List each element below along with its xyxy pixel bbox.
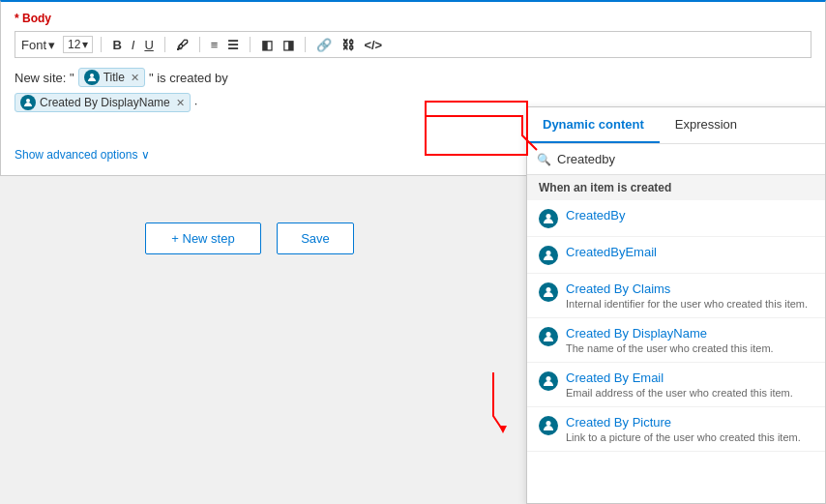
title-token-chip[interactable]: Title ✕ [78, 68, 145, 87]
list-item[interactable]: Created By Claims Internal identifier fo… [527, 274, 825, 318]
search-input[interactable] [557, 152, 815, 166]
item-title: Created By Email [566, 371, 813, 385]
item-title: CreatedByEmail [566, 245, 813, 259]
list-item[interactable]: Created By Email Email address of the us… [527, 363, 825, 407]
advanced-options-label: Show advanced options [15, 148, 137, 162]
svg-point-7 [546, 421, 551, 426]
rich-text-toolbar: Font ▾ 12 ▾ B I U 🖊 ≡ ☰ ◧ ◨ 🔗 ⛓ </> [15, 31, 811, 58]
panel-search-area: 🔍 [527, 144, 825, 175]
main-area: * Body Font ▾ 12 ▾ B I U 🖊 ≡ ☰ ◧ ◨ 🔗 [0, 0, 826, 504]
item-title: Created By Picture [566, 415, 813, 430]
item-text-createdby: CreatedBy [566, 208, 813, 222]
code-button[interactable]: </> [361, 37, 385, 53]
chevron-down-icon: ∨ [141, 148, 150, 162]
title-token-close[interactable]: ✕ [131, 72, 139, 84]
created-by-token-icon [20, 95, 36, 110]
align-left-button[interactable]: ◧ [258, 37, 276, 53]
list-item[interactable]: Created By Picture Link to a picture of … [527, 407, 825, 452]
item-icon-created-by-email [539, 371, 558, 391]
item-text-created-by-email: Created By Email Email address of the us… [566, 371, 813, 399]
tab-expression[interactable]: Expression [660, 107, 752, 143]
font-size-selector[interactable]: 12 ▾ [63, 36, 93, 53]
toolbar-separator-1 [101, 37, 102, 52]
tab-dynamic-content[interactable]: Dynamic content [527, 107, 660, 143]
align-right-button[interactable]: ◨ [280, 37, 297, 53]
title-token-icon [84, 70, 100, 85]
item-icon-created-by-claims [539, 282, 558, 302]
font-size-dropdown-icon: ▾ [82, 38, 88, 51]
item-icon-createdby [539, 209, 558, 228]
unlink-button[interactable]: ⛓ [339, 37, 357, 53]
bold-button[interactable]: B [109, 37, 124, 53]
underline-button[interactable]: U [141, 37, 156, 53]
item-text-created-by-claims: Created By Claims Internal identifier fo… [566, 282, 813, 310]
italic-button[interactable]: I [129, 37, 138, 53]
section-header: When an item is created [527, 175, 825, 200]
list-unordered-button[interactable]: ☰ [224, 37, 242, 53]
toolbar-separator-5 [305, 37, 306, 52]
content-line-1: New site: " Title ✕ " is created by [15, 68, 811, 87]
svg-point-5 [546, 332, 551, 337]
panel-tabs: Dynamic content Expression [527, 107, 825, 144]
font-selector[interactable]: Font ▾ [21, 38, 55, 52]
svg-point-2 [546, 214, 551, 219]
item-desc: Internal identifier for the user who cre… [566, 298, 813, 310]
item-title: CreatedBy [566, 208, 813, 222]
created-by-token-close[interactable]: ✕ [176, 97, 185, 109]
created-by-token-label: Created By DisplayName [40, 96, 170, 109]
font-label: Font [21, 38, 46, 52]
link-button[interactable]: 🔗 [313, 37, 335, 53]
item-title: Created By DisplayName [566, 326, 813, 341]
svg-point-3 [546, 251, 551, 255]
new-site-text: New site: " [15, 71, 74, 85]
item-icon-created-by-displayname [539, 327, 558, 346]
item-icon-createdbyemail [539, 246, 558, 265]
new-step-button[interactable]: + New step [145, 222, 261, 254]
list-item[interactable]: Created By DisplayName The name of the u… [527, 318, 825, 363]
svg-marker-9 [499, 426, 507, 433]
svg-point-6 [546, 376, 551, 381]
paint-button[interactable]: 🖊 [173, 37, 192, 53]
list-item[interactable]: CreatedBy [527, 200, 825, 237]
item-desc: The name of the user who created this it… [566, 342, 813, 354]
middle-text: " is created by [149, 71, 228, 85]
search-icon: 🔍 [537, 153, 551, 166]
item-text-created-by-displayname: Created By DisplayName The name of the u… [566, 326, 813, 354]
body-label: * Body [15, 12, 811, 25]
created-by-token-chip[interactable]: Created By DisplayName ✕ [15, 93, 191, 112]
svg-point-0 [90, 74, 94, 77]
svg-point-4 [546, 287, 551, 292]
item-desc: Link to a picture of the user who create… [566, 431, 813, 443]
save-button[interactable]: Save [277, 222, 354, 254]
toolbar-separator-3 [199, 37, 200, 52]
toolbar-separator-2 [164, 37, 165, 52]
toolbar-separator-4 [250, 37, 251, 52]
font-size-value: 12 [68, 38, 80, 51]
dynamic-content-panel: Dynamic content Expression 🔍 When an ite… [526, 106, 826, 504]
item-title: Created By Claims [566, 282, 813, 296]
item-text-createdbyemail: CreatedByEmail [566, 245, 813, 259]
title-token-label: Title [103, 71, 125, 84]
item-icon-created-by-picture [539, 416, 558, 435]
list-ordered-button[interactable]: ≡ [208, 37, 221, 53]
font-dropdown-icon[interactable]: ▾ [48, 38, 55, 52]
action-buttons: + New step Save [145, 222, 354, 254]
svg-point-1 [26, 99, 30, 103]
item-desc: Email address of the user who created th… [566, 387, 813, 399]
list-item[interactable]: CreatedByEmail [527, 237, 825, 274]
item-text-created-by-picture: Created By Picture Link to a picture of … [566, 415, 813, 443]
dot-text: · [194, 96, 198, 110]
